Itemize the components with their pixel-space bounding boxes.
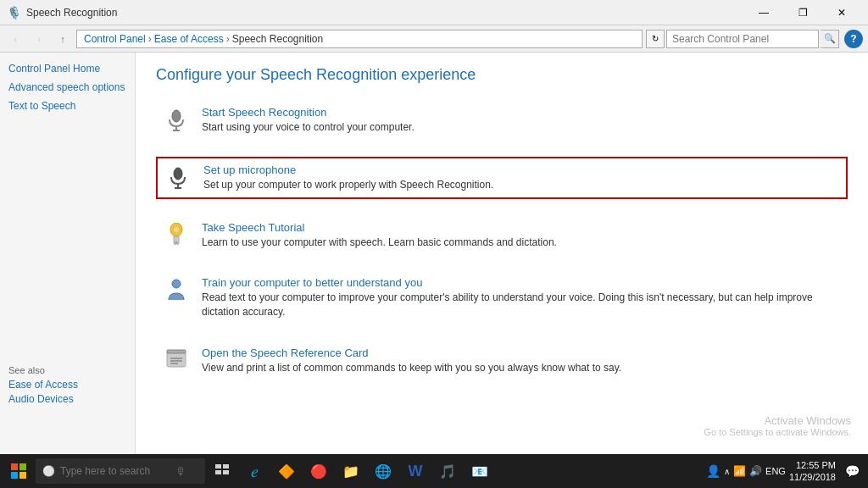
svg-rect-23	[215, 470, 221, 474]
start-speech-link[interactable]: Start Speech Recognition	[202, 106, 841, 119]
taskbar-music-icon[interactable]: 🎵	[432, 456, 463, 486]
taskbar-mail-icon[interactable]: 📧	[465, 456, 495, 486]
start-speech-text: Start Speech Recognition Start using you…	[202, 106, 841, 135]
search-input[interactable]	[672, 33, 813, 45]
reference-card-icon	[163, 347, 190, 374]
taskbar-search[interactable]: ⚪ 🎙	[36, 458, 205, 484]
sidebar-item-text-to-speech[interactable]: Text to Speech	[8, 100, 126, 112]
taskbar-volume-icon: 🔊	[749, 465, 762, 477]
window-controls: — ❐ ✕	[744, 0, 861, 25]
address-bar: ‹ › ↑ Control Panel › Ease of Access › S…	[0, 25, 868, 53]
path-segment-3: Speech Recognition	[232, 33, 323, 45]
help-button[interactable]: ?	[844, 30, 863, 48]
taskbar-vlc-icon[interactable]: 🔶	[271, 456, 302, 486]
sidebar-item-advanced-speech[interactable]: Advanced speech options	[8, 81, 126, 93]
activate-line1: Activate Windows	[704, 414, 851, 427]
setup-mic-desc: Set up your computer to work properly wi…	[203, 179, 493, 191]
taskbar-search-icon: ⚪	[42, 465, 55, 477]
taskbar-notification-btn[interactable]: 💬	[839, 458, 865, 484]
svg-rect-17	[11, 463, 18, 470]
back-button[interactable]: ‹	[5, 29, 25, 49]
page-title: Configure your Speech Recognition experi…	[156, 66, 848, 84]
train-icon	[163, 276, 190, 303]
see-also-ease-of-access[interactable]: Ease of Access	[8, 379, 78, 391]
svg-point-10	[174, 227, 179, 232]
forward-button[interactable]: ›	[29, 29, 49, 49]
window-title: Speech Recognition	[26, 7, 744, 19]
take-tutorial-text: Take Speech Tutorial Learn to use your c…	[202, 221, 841, 250]
start-speech-icon	[163, 106, 190, 133]
setup-mic-text: Set up microphone Set up your computer t…	[203, 164, 839, 192]
sidebar-item-control-panel-home[interactable]: Control Panel Home	[8, 63, 126, 75]
taskbar-datetime: 12:55 PM 11/29/2018	[789, 459, 836, 484]
see-also-section: See also Ease of Access Audio Devices	[8, 365, 78, 408]
train-link[interactable]: Train your computer to better understand…	[202, 276, 841, 289]
search-box[interactable]	[666, 30, 819, 48]
address-right-controls: ↻ 🔍 ?	[646, 30, 863, 48]
taskbar-ubuntu-icon[interactable]: 🔴	[303, 456, 334, 486]
svg-rect-18	[19, 463, 26, 470]
svg-rect-20	[19, 472, 26, 479]
start-speech-desc: Start using your voice to control your c…	[202, 121, 415, 133]
taskbar-chevron-icon[interactable]: ∧	[724, 467, 730, 476]
taskbar-word-icon[interactable]: W	[400, 456, 431, 486]
taskbar-edge-icon[interactable]: 𝑒	[239, 456, 270, 486]
taskbar-lang: ENG	[765, 466, 786, 476]
close-button[interactable]: ✕	[822, 0, 861, 25]
task-view-button[interactable]	[207, 456, 237, 486]
taskbar-person-icon: 👤	[706, 464, 721, 478]
window-icon: 🎙️	[7, 6, 21, 19]
content-area: Control Panel Home Advanced speech optio…	[0, 53, 868, 454]
taskbar-chrome-icon[interactable]: 🌐	[368, 456, 398, 486]
taskbar-time-display: 12:55 PM	[789, 459, 836, 471]
minimize-button[interactable]: —	[744, 0, 783, 25]
svg-point-3	[174, 168, 182, 180]
take-tutorial-icon	[163, 221, 190, 248]
see-also-audio-devices[interactable]: Audio Devices	[8, 393, 78, 405]
taskbar-folder-icon[interactable]: 📁	[336, 456, 366, 486]
see-also-title: See also	[8, 365, 78, 375]
maximize-button[interactable]: ❐	[783, 0, 822, 25]
train-desc: Read text to your computer to improve yo…	[202, 291, 813, 318]
reference-card-text: Open the Speech Reference Card View and …	[202, 347, 841, 375]
sidebar: Control Panel Home Advanced speech optio…	[0, 53, 136, 454]
path-segment-2[interactable]: Ease of Access	[154, 33, 224, 45]
address-path: Control Panel › Ease of Access › Speech …	[76, 30, 643, 48]
item-start-speech: Start Speech Recognition Start using you…	[156, 101, 848, 140]
taskbar-network-icon: 📶	[733, 465, 746, 477]
take-tutorial-link[interactable]: Take Speech Tutorial	[202, 221, 841, 234]
svg-rect-13	[167, 350, 186, 353]
setup-mic-icon	[164, 164, 192, 191]
svg-point-11	[172, 280, 181, 288]
train-text: Train your computer to better understand…	[202, 276, 841, 319]
start-button[interactable]	[3, 456, 34, 486]
item-reference-card: Open the Speech Reference Card View and …	[156, 341, 848, 380]
title-bar: 🎙️ Speech Recognition — ❐ ✕	[0, 0, 868, 25]
svg-rect-21	[215, 464, 221, 469]
taskbar-mic-icon: 🎙	[175, 465, 186, 478]
svg-rect-12	[167, 352, 186, 367]
item-take-tutorial: Take Speech Tutorial Learn to use your c…	[156, 216, 848, 255]
setup-mic-link[interactable]: Set up microphone	[203, 164, 839, 176]
taskbar-search-input[interactable]	[60, 465, 170, 477]
taskbar: ⚪ 🎙 𝑒 🔶 🔴 📁 🌐 W 🎵 📧 👤 ∧ 📶 🔊 ENG 12:55 PM…	[0, 454, 868, 488]
svg-point-0	[172, 110, 181, 122]
taskbar-right: 👤 ∧ 📶 🔊 ENG 12:55 PM 11/29/2018 💬	[706, 458, 865, 484]
reference-card-desc: View and print a list of common commands…	[202, 362, 621, 374]
refresh-button[interactable]: ↻	[646, 30, 665, 48]
item-train-computer: Train your computer to better understand…	[156, 271, 848, 324]
svg-rect-24	[223, 470, 229, 474]
taskbar-date-display: 11/29/2018	[789, 471, 836, 483]
item-setup-microphone: Set up microphone Set up your computer t…	[156, 157, 848, 199]
main-content: Configure your Speech Recognition experi…	[136, 53, 868, 454]
activate-watermark: Activate Windows Go to Settings to activ…	[704, 414, 851, 437]
reference-card-link[interactable]: Open the Speech Reference Card	[202, 347, 841, 359]
up-button[interactable]: ↑	[53, 29, 73, 49]
take-tutorial-desc: Learn to use your computer with speech. …	[202, 236, 557, 248]
path-segment-1[interactable]: Control Panel	[84, 33, 146, 45]
activate-line2: Go to Settings to activate Windows.	[704, 427, 851, 437]
search-button[interactable]: 🔍	[821, 30, 839, 48]
svg-rect-22	[223, 464, 229, 469]
svg-rect-19	[11, 472, 18, 479]
